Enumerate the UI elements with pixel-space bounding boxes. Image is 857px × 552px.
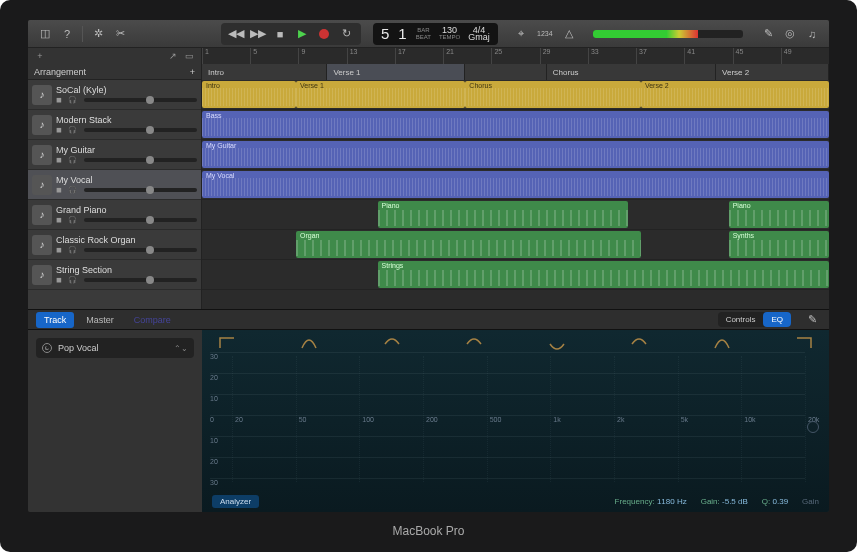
play-button[interactable]: ▶ — [291, 25, 313, 43]
eq-gain-knob[interactable] — [807, 421, 819, 433]
volume-slider[interactable] — [84, 278, 197, 282]
track-lane[interactable]: My Vocal — [202, 170, 829, 200]
arrangement-marker[interactable]: Verse 1 — [327, 64, 465, 80]
eq-band-3[interactable] — [383, 336, 401, 350]
track-header[interactable]: ♪ String Section ◼ 🎧 — [28, 260, 201, 290]
master-volume-meter[interactable] — [593, 30, 743, 38]
track-header[interactable]: ♪ Grand Piano ◼ 🎧 — [28, 200, 201, 230]
track-view-icon[interactable]: ↗ — [167, 50, 179, 62]
mute-button[interactable]: ◼ — [56, 156, 66, 164]
settings-icon[interactable]: ✲ — [89, 25, 107, 43]
analyzer-button[interactable]: Analyzer — [212, 495, 259, 508]
region[interactable]: My Vocal — [202, 171, 829, 198]
headphone-icon[interactable]: 🎧 — [68, 216, 78, 224]
volume-slider[interactable] — [84, 218, 197, 222]
headphone-icon[interactable]: 🎧 — [68, 126, 78, 134]
quick-help-icon[interactable]: ? — [58, 25, 76, 43]
region[interactable]: Chorus — [465, 81, 641, 108]
region[interactable]: Piano — [729, 201, 829, 228]
arrangement-marker[interactable]: Verse 2 — [716, 64, 829, 80]
key-signature[interactable]: Gmaj — [468, 34, 490, 41]
mute-button[interactable]: ◼ — [56, 216, 66, 224]
volume-slider[interactable] — [84, 248, 197, 252]
lcd-display[interactable]: 5 1 BARBEAT 130TEMPO 4/4Gmaj — [373, 23, 498, 45]
track-lane[interactable]: Bass — [202, 110, 829, 140]
track-header[interactable]: ♪ SoCal (Kyle) ◼ 🎧 — [28, 80, 201, 110]
mute-button[interactable]: ◼ — [56, 276, 66, 284]
region[interactable]: Verse 2 — [641, 81, 829, 108]
metronome-icon[interactable]: △ — [560, 25, 578, 43]
track-lane[interactable]: IntroVerse 1ChorusVerse 2 — [202, 80, 829, 110]
loop-browser-icon[interactable]: ◎ — [781, 25, 799, 43]
eq-display[interactable]: 302010010203020501002005001k2k5k10k20k A… — [202, 330, 829, 512]
count-in-icon[interactable]: 1234 — [536, 25, 554, 43]
arrangement-marker[interactable] — [465, 64, 547, 80]
tab-master[interactable]: Master — [78, 312, 122, 328]
library-icon[interactable]: ◫ — [36, 25, 54, 43]
region[interactable]: Strings — [378, 261, 829, 288]
compare-button[interactable]: Compare — [126, 312, 179, 328]
tempo-value[interactable]: 130 — [439, 27, 460, 34]
region[interactable]: Bass — [202, 111, 829, 138]
tab-track[interactable]: Track — [36, 312, 74, 328]
mute-button[interactable]: ◼ — [56, 186, 66, 194]
freq-value: 1180 Hz — [657, 497, 687, 506]
preset-selector[interactable]: Pop Vocal ⌃⌄ — [36, 338, 194, 358]
notepad-icon[interactable]: ✎ — [759, 25, 777, 43]
headphone-icon[interactable]: 🎧 — [68, 186, 78, 194]
region[interactable]: Organ — [296, 231, 641, 258]
eq-band-8[interactable] — [795, 336, 813, 350]
track-lane[interactable]: OrganSynths — [202, 230, 829, 260]
track-header[interactable]: ♪ My Vocal ◼ 🎧 — [28, 170, 201, 200]
volume-slider[interactable] — [84, 98, 197, 102]
cycle-button[interactable]: ↻ — [335, 25, 357, 43]
mute-button[interactable]: ◼ — [56, 96, 66, 104]
track-lane[interactable]: Strings — [202, 260, 829, 290]
arrangement-marker[interactable]: Chorus — [547, 64, 716, 80]
track-lane[interactable]: PianoPiano — [202, 200, 829, 230]
track-header[interactable]: ♪ My Guitar ◼ 🎧 — [28, 140, 201, 170]
track-header[interactable]: ♪ Modern Stack ◼ 🎧 — [28, 110, 201, 140]
eq-band-1[interactable] — [218, 336, 236, 350]
track-lane[interactable]: My Guitar — [202, 140, 829, 170]
region[interactable]: Intro — [202, 81, 296, 108]
headphone-icon[interactable]: 🎧 — [68, 96, 78, 104]
eq-band-2[interactable] — [300, 336, 318, 350]
timeline[interactable]: 15913172125293337414549 IntroVerse 1Chor… — [202, 48, 829, 309]
headphone-icon[interactable]: 🎧 — [68, 246, 78, 254]
seg-controls[interactable]: Controls — [718, 312, 764, 327]
eq-band-5[interactable] — [548, 336, 566, 350]
mute-button[interactable]: ◼ — [56, 246, 66, 254]
region[interactable]: Piano — [378, 201, 629, 228]
track-header[interactable]: ♪ Classic Rock Organ ◼ 🎧 — [28, 230, 201, 260]
region[interactable]: Synths — [729, 231, 829, 258]
mute-button[interactable]: ◼ — [56, 126, 66, 134]
seg-eq[interactable]: EQ — [763, 312, 791, 327]
rewind-button[interactable]: ◀◀ — [225, 25, 247, 43]
track-instrument-icon: ♪ — [32, 205, 52, 225]
volume-slider[interactable] — [84, 158, 197, 162]
add-track-icon[interactable]: + — [34, 50, 46, 62]
stop-button[interactable]: ■ — [269, 25, 291, 43]
region[interactable]: Verse 1 — [296, 81, 465, 108]
track-zoom-icon[interactable]: ▭ — [183, 50, 195, 62]
media-browser-icon[interactable]: ♫ — [803, 25, 821, 43]
eq-curve[interactable] — [232, 356, 805, 512]
eq-band-6[interactable] — [630, 336, 648, 350]
draw-tool-icon[interactable]: ✎ — [803, 311, 821, 329]
add-arrangement-marker[interactable]: + — [190, 67, 195, 77]
editors-icon[interactable]: ✂ — [111, 25, 129, 43]
forward-button[interactable]: ▶▶ — [247, 25, 269, 43]
volume-slider[interactable] — [84, 128, 197, 132]
tuner-icon[interactable]: ⌖ — [512, 25, 530, 43]
headphone-icon[interactable]: 🎧 — [68, 276, 78, 284]
arrangement-marker[interactable]: Intro — [202, 64, 327, 80]
record-button[interactable] — [313, 25, 335, 43]
region[interactable]: My Guitar — [202, 141, 829, 168]
eq-band-7[interactable] — [713, 336, 731, 350]
power-icon[interactable] — [42, 343, 52, 353]
headphone-icon[interactable]: 🎧 — [68, 156, 78, 164]
eq-band-4[interactable] — [465, 336, 483, 350]
volume-slider[interactable] — [84, 188, 197, 192]
bar-ruler[interactable]: 15913172125293337414549 — [202, 48, 829, 64]
